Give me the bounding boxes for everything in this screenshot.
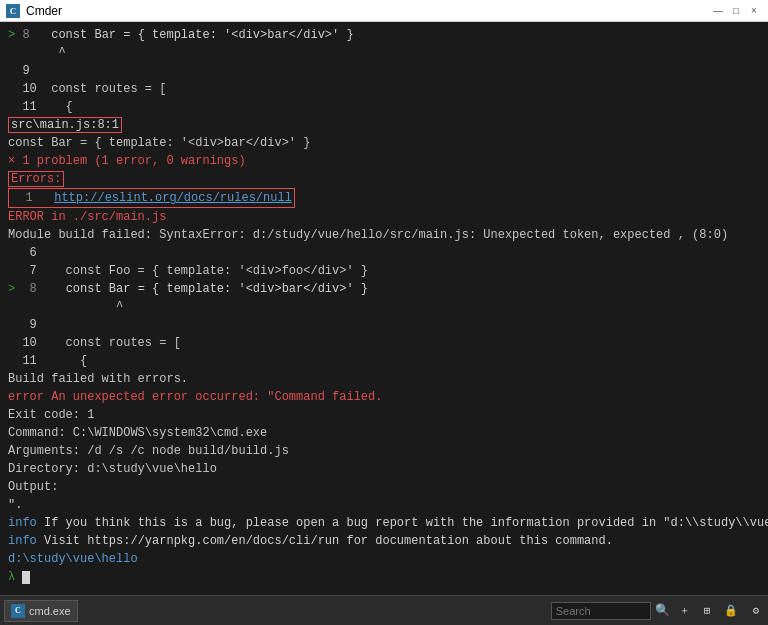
terminal-line: Directory: d:\study\vue\hello	[8, 460, 760, 478]
taskbar-btn-2[interactable]: ⊞	[699, 602, 716, 620]
terminal-line: 11 {	[8, 98, 760, 116]
terminal-line: 10 const routes = [	[8, 80, 760, 98]
title-text: Cmder	[26, 4, 62, 18]
terminal-line: ^	[8, 298, 760, 316]
terminal-line: Command: C:\WINDOWS\system32\cmd.exe	[8, 424, 760, 442]
terminal-line: info If you think this is a bug, please …	[8, 514, 760, 532]
terminal-line: > 8 const Bar = { template: '<div>bar</d…	[8, 280, 760, 298]
title-controls: — □ ×	[710, 3, 762, 19]
terminal-line: src\main.js:8:1	[8, 116, 760, 134]
terminal-line: × 1 problem (1 error, 0 warnings)	[8, 152, 760, 170]
search-icon[interactable]: 🔍	[655, 603, 670, 618]
terminal-line: ^	[8, 44, 760, 62]
taskbar-btn-1[interactable]: ＋	[674, 602, 695, 620]
terminal-line: 1 http://eslint.org/docs/rules/null	[8, 188, 760, 208]
terminal-line: 11 {	[8, 352, 760, 370]
taskbar-icon: C	[11, 604, 25, 618]
terminal-lines: > 8 const Bar = { template: '<div>bar</d…	[8, 26, 760, 586]
terminal-line: Errors:	[8, 170, 760, 188]
app-icon: C	[6, 4, 20, 18]
terminal-line: ".	[8, 496, 760, 514]
terminal-line: error An unexpected error occurred: "Com…	[8, 388, 760, 406]
minimize-button[interactable]: —	[710, 3, 726, 19]
terminal-line: Output:	[8, 478, 760, 496]
cursor	[22, 571, 30, 584]
title-left: C Cmder	[6, 4, 62, 18]
taskbar-btn-3[interactable]: 🔒	[719, 602, 743, 620]
maximize-button[interactable]: □	[728, 3, 744, 19]
taskbar-right: 🔍 ＋ ⊞ 🔒 ⚙	[551, 602, 764, 620]
terminal-line: Build failed with errors.	[8, 370, 760, 388]
terminal-line: info Visit https://yarnpkg.com/en/docs/c…	[8, 532, 760, 550]
taskbar-label: cmd.exe	[29, 605, 71, 617]
terminal-line: ERROR in ./src/main.js	[8, 208, 760, 226]
taskbar-btn-4[interactable]: ⚙	[747, 602, 764, 620]
terminal-line: 9	[8, 62, 760, 80]
terminal-line: const Bar = { template: '<div>bar</div>'…	[8, 134, 760, 152]
title-bar: C Cmder — □ ×	[0, 0, 768, 22]
close-button[interactable]: ×	[746, 3, 762, 19]
search-input[interactable]	[551, 602, 651, 620]
taskbar-app[interactable]: C cmd.exe	[4, 600, 78, 622]
terminal-line: 7 const Foo = { template: '<div>foo</div…	[8, 262, 760, 280]
terminal-line: Exit code: 1	[8, 406, 760, 424]
terminal-line: λ	[8, 568, 760, 586]
terminal-line: Module build failed: SyntaxError: d:/stu…	[8, 226, 760, 244]
taskbar: C cmd.exe 🔍 ＋ ⊞ 🔒 ⚙	[0, 595, 768, 625]
terminal-line: 9	[8, 316, 760, 334]
terminal-line: > 8 const Bar = { template: '<div>bar</d…	[8, 26, 760, 44]
terminal-output: > 8 const Bar = { template: '<div>bar</d…	[0, 22, 768, 595]
terminal-line: Arguments: /d /s /c node build/build.js	[8, 442, 760, 460]
terminal-line: 10 const routes = [	[8, 334, 760, 352]
terminal-line: d:\study\vue\hello	[8, 550, 760, 568]
terminal-line: 6	[8, 244, 760, 262]
